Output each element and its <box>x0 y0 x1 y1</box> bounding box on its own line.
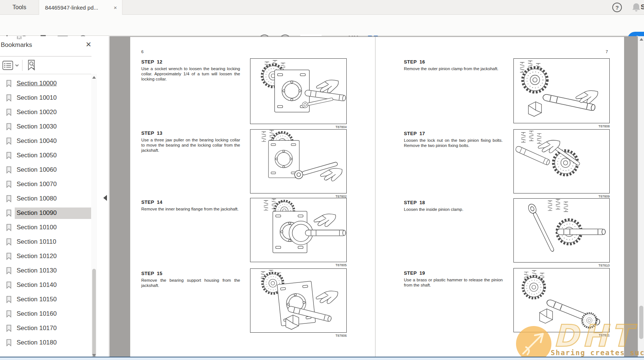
bookmarks-list: Section 10000 Section 10010 Section 1002… <box>0 74 91 360</box>
scroll-up-icon[interactable] <box>92 76 96 79</box>
step-heading: STEP 18 <box>404 200 425 205</box>
horizontal-scrollbar[interactable] <box>0 357 644 360</box>
bookmark-icon <box>6 339 12 346</box>
bookmark-icon <box>6 310 12 318</box>
bookmark-label: Section 10160 <box>17 310 57 318</box>
bookmark-item[interactable]: Section 10180 <box>0 336 91 350</box>
tab-tools[interactable]: Tools <box>0 0 39 15</box>
bookmark-label: Section 10050 <box>17 152 57 159</box>
bookmark-label: Section 10070 <box>17 181 57 188</box>
bookmark-label: Section 10150 <box>17 296 57 303</box>
bookmark-item[interactable]: Section 10020 <box>0 105 91 120</box>
figure-label: T87804 <box>250 125 347 129</box>
step-heading: STEP 17 <box>404 131 425 136</box>
bookmark-label: Section 10130 <box>17 267 57 274</box>
bookmark-item[interactable]: Section 10160 <box>0 307 91 321</box>
bookmark-item[interactable]: Section 10130 <box>0 264 91 278</box>
step-body: Remove the inner bearing flange from the… <box>141 207 240 212</box>
document-scrollbar[interactable] <box>638 36 644 360</box>
step-heading: STEP 12 <box>141 59 162 65</box>
figure-label: T87808 <box>513 124 610 128</box>
figure-step-19 <box>513 268 610 332</box>
figure-step-18 <box>513 198 610 263</box>
step-heading: STEP 15 <box>141 271 162 276</box>
figure-step-16 <box>513 58 610 123</box>
bookmark-label: Section 10020 <box>17 109 57 116</box>
notifications-bell-icon[interactable] <box>631 2 641 13</box>
step-body: Use a three jaw puller on the bearing lo… <box>141 138 240 153</box>
step-body: Remove the outer pinion clamp from the j… <box>404 66 503 72</box>
bookmark-item[interactable]: Section 10040 <box>0 134 91 148</box>
bookmark-item[interactable]: Section 10170 <box>0 321 91 336</box>
bookmark-icon <box>6 296 12 303</box>
bookmark-icon <box>6 325 12 332</box>
bookmark-icon <box>6 80 12 87</box>
chevron-down-icon[interactable] <box>15 64 19 67</box>
bookmark-label: Section 10060 <box>17 166 57 174</box>
pdf-viewer-window: Tools 84465947-linked pd... × ? S <box>0 0 644 360</box>
document-view-area[interactable]: 6 STEP 12 Use a socket wrench to loosen … <box>110 36 644 360</box>
tab-document-label: 84465947-linked pd... <box>45 4 111 11</box>
figure-step-14 <box>250 198 347 262</box>
tab-tools-label: Tools <box>13 4 26 11</box>
scrollbar-thumb[interactable] <box>639 306 643 339</box>
bookmark-item[interactable]: Section 10100 <box>0 220 91 235</box>
tab-document[interactable]: 84465947-linked pd... × <box>39 0 122 15</box>
bookmark-item[interactable]: Section 10030 <box>0 120 91 134</box>
figure-illustration <box>250 130 346 193</box>
find-current-bookmark-icon[interactable] <box>26 59 37 71</box>
page-number-left: 6 <box>141 49 143 54</box>
bookmark-label: Section 10010 <box>17 94 57 102</box>
bookmark-icon <box>6 281 12 289</box>
help-glyph: ? <box>615 4 619 11</box>
collapse-panel-arrow-icon[interactable] <box>103 195 107 201</box>
figure-illustration <box>514 268 609 332</box>
scrollbar-thumb[interactable] <box>92 269 96 357</box>
bookmark-item[interactable]: Section 10150 <box>0 292 91 307</box>
bookmark-icon <box>6 195 12 202</box>
account-initial-partial[interactable]: S <box>641 3 644 11</box>
figure-step-17 <box>513 129 610 193</box>
help-icon[interactable]: ? <box>612 3 622 12</box>
scroll-up-icon[interactable] <box>640 38 643 41</box>
bookmark-item[interactable]: Section 10070 <box>0 177 91 192</box>
step-heading: STEP 14 <box>141 199 162 205</box>
bookmark-item[interactable]: Section 10120 <box>0 249 91 264</box>
bookmarks-close-icon[interactable]: ✕ <box>84 40 93 49</box>
figure-step-13 <box>250 129 347 193</box>
tab-close-icon[interactable]: × <box>114 5 117 10</box>
bookmark-options-icon[interactable] <box>2 61 13 70</box>
bookmarks-scrollbar[interactable] <box>91 74 97 359</box>
bookmark-label: Section 10000 <box>17 80 57 87</box>
figure-label: T87809 <box>513 195 610 198</box>
bookmark-item-selected[interactable]: Section 10090 <box>0 206 91 220</box>
bookmark-icon <box>6 253 12 260</box>
figure-label: T87811 <box>513 333 610 337</box>
step-body: Remove the bearing support housing from … <box>141 278 240 288</box>
main-toolbar: / 1569 <box>0 15 644 36</box>
tabbar-right-actions: ? <box>612 0 641 15</box>
bookmarks-panel: Bookmarks ✕ <box>0 36 109 360</box>
figure-label: T87806 <box>250 334 347 337</box>
step-heading: STEP 13 <box>141 130 162 136</box>
bookmark-label: Section 10140 <box>17 281 57 289</box>
scroll-down-icon[interactable] <box>92 354 96 357</box>
bookmark-item[interactable]: Section 10050 <box>0 148 91 163</box>
bookmark-icon <box>6 152 12 159</box>
page-spread: 6 STEP 12 Use a socket wrench to loosen … <box>130 37 624 360</box>
figure-label: T87805 <box>250 263 347 267</box>
bookmark-icon <box>6 238 12 246</box>
bookmark-item[interactable]: Section 10080 <box>0 192 91 206</box>
bookmark-item[interactable]: Section 10010 <box>0 91 91 105</box>
bookmarks-panel-title: Bookmarks <box>1 41 32 49</box>
bookmark-item[interactable]: Section 10110 <box>0 235 91 249</box>
step-heading: STEP 19 <box>404 270 425 276</box>
bookmark-item[interactable]: Section 10000 <box>0 76 91 91</box>
bookmark-icon <box>6 109 12 116</box>
bookmark-item[interactable]: Section 10060 <box>0 163 91 177</box>
step-body: Use a socket wrench to loosen the bearin… <box>141 66 240 82</box>
bookmark-icon <box>6 224 12 231</box>
bookmark-label: Section 10120 <box>17 253 57 260</box>
bookmark-item[interactable]: Section 10140 <box>0 278 91 292</box>
figure-illustration <box>514 130 609 193</box>
